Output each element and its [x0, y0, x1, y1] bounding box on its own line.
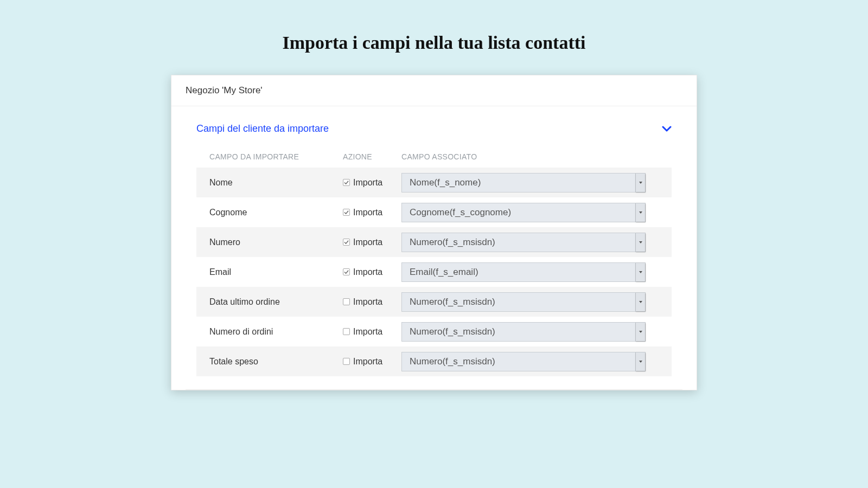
fields-table: CAMPO DA IMPORTARE AZIONE CAMPO ASSOCIAT…	[196, 148, 672, 376]
select-value: Numero(f_s_msisdn)	[402, 233, 635, 252]
field-name: Numero	[209, 237, 343, 247]
dropdown-arrow-icon	[635, 203, 645, 222]
fields-section: Campi del cliente da importare CAMPO DA …	[171, 106, 697, 382]
action-label: Importa	[353, 237, 382, 247]
associated-cell: Numero(f_s_msisdn)	[401, 292, 666, 312]
action-label: Importa	[353, 208, 382, 217]
associated-cell: Email(f_s_email)	[401, 262, 666, 282]
dropdown-arrow-icon	[635, 233, 645, 252]
associated-cell: Numero(f_s_msisdn)	[401, 233, 666, 252]
action-label: Importa	[353, 297, 382, 307]
field-name: Cognome	[209, 208, 343, 217]
import-checkbox[interactable]	[343, 358, 350, 365]
associated-select[interactable]: Nome(f_s_nome)	[401, 173, 646, 192]
import-checkbox[interactable]	[343, 209, 350, 216]
field-name: Totale speso	[209, 357, 343, 367]
associated-cell: Cognome(f_s_cognome)	[401, 203, 666, 222]
associated-select[interactable]: Cognome(f_s_cognome)	[401, 203, 646, 222]
action-label: Importa	[353, 327, 382, 337]
table-row: Data ultimo ordineImportaNumero(f_s_msis…	[196, 287, 672, 317]
import-checkbox[interactable]	[343, 179, 350, 186]
table-row: NumeroImportaNumero(f_s_msisdn)	[196, 227, 672, 257]
associated-select[interactable]: Numero(f_s_msisdn)	[401, 352, 646, 371]
associated-select[interactable]: Email(f_s_email)	[401, 262, 646, 282]
associated-cell: Nome(f_s_nome)	[401, 173, 666, 192]
field-name: Numero di ordini	[209, 327, 343, 337]
action-cell: Importa	[343, 208, 401, 217]
action-cell: Importa	[343, 327, 401, 337]
import-card: Negozio 'My Store' Campi del cliente da …	[171, 75, 697, 390]
associated-cell: Numero(f_s_msisdn)	[401, 352, 666, 371]
action-cell: Importa	[343, 297, 401, 307]
section-title: Campi del cliente da importare	[196, 123, 329, 134]
table-row: Totale spesoImportaNumero(f_s_msisdn)	[196, 346, 672, 376]
dropdown-arrow-icon	[635, 263, 645, 281]
table-body: NomeImportaNome(f_s_nome)CognomeImportaC…	[196, 168, 672, 376]
import-checkbox[interactable]	[343, 328, 350, 335]
import-checkbox[interactable]	[343, 268, 350, 275]
table-row: EmailImportaEmail(f_s_email)	[196, 257, 672, 287]
action-label: Importa	[353, 178, 382, 188]
dropdown-arrow-icon	[635, 323, 645, 341]
dropdown-arrow-icon	[635, 174, 645, 192]
dropdown-arrow-icon	[635, 352, 645, 371]
chevron-down-icon	[662, 123, 672, 135]
action-label: Importa	[353, 357, 382, 367]
select-value: Nome(f_s_nome)	[402, 174, 635, 192]
select-value: Email(f_s_email)	[402, 263, 635, 281]
table-header: CAMPO DA IMPORTARE AZIONE CAMPO ASSOCIAT…	[196, 148, 672, 168]
select-value: Numero(f_s_msisdn)	[402, 352, 635, 371]
action-cell: Importa	[343, 267, 401, 277]
table-row: CognomeImportaCognome(f_s_cognome)	[196, 197, 672, 227]
action-cell: Importa	[343, 178, 401, 188]
dropdown-arrow-icon	[635, 293, 645, 311]
import-checkbox[interactable]	[343, 239, 350, 246]
card-divider	[186, 389, 682, 390]
select-value: Numero(f_s_msisdn)	[402, 293, 635, 311]
field-name: Email	[209, 267, 343, 277]
select-value: Cognome(f_s_cognome)	[402, 203, 635, 222]
store-label: Negozio 'My Store'	[171, 75, 697, 106]
action-cell: Importa	[343, 357, 401, 367]
associated-select[interactable]: Numero(f_s_msisdn)	[401, 233, 646, 252]
th-field: CAMPO DA IMPORTARE	[209, 152, 343, 161]
page-title: Importa i campi nella tua lista contatti	[0, 0, 868, 75]
action-cell: Importa	[343, 237, 401, 247]
table-row: Numero di ordiniImportaNumero(f_s_msisdn…	[196, 317, 672, 346]
field-name: Data ultimo ordine	[209, 297, 343, 307]
associated-select[interactable]: Numero(f_s_msisdn)	[401, 322, 646, 342]
associated-select[interactable]: Numero(f_s_msisdn)	[401, 292, 646, 312]
table-row: NomeImportaNome(f_s_nome)	[196, 168, 672, 197]
import-checkbox[interactable]	[343, 298, 350, 305]
associated-cell: Numero(f_s_msisdn)	[401, 322, 666, 342]
section-toggle[interactable]: Campi del cliente da importare	[196, 123, 672, 148]
action-label: Importa	[353, 267, 382, 277]
th-associated: CAMPO ASSOCIATO	[401, 152, 666, 161]
th-action: AZIONE	[343, 152, 401, 161]
select-value: Numero(f_s_msisdn)	[402, 323, 635, 341]
field-name: Nome	[209, 178, 343, 188]
